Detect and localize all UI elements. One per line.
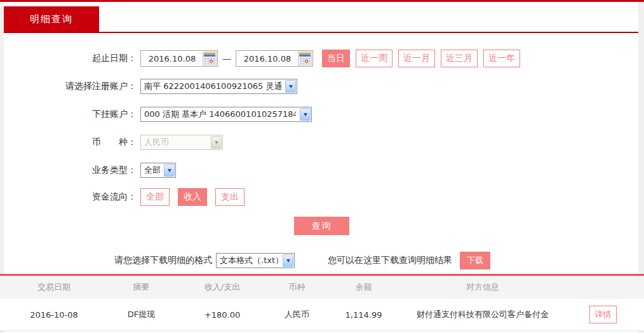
- start-date-input[interactable]: [142, 54, 203, 64]
- fund-flow-label: 资金流向：: [4, 191, 137, 203]
- column-header-amount: 收入/支出: [175, 282, 270, 293]
- tab-underline: [4, 32, 638, 33]
- fund-flow-expense[interactable]: 支出: [215, 188, 245, 206]
- download-format-select[interactable]: 文本格式（.txt）: [216, 253, 295, 268]
- registered-account-select[interactable]: 南平 6222001406100921065 灵通卡: [140, 79, 297, 94]
- download-button[interactable]: 下载: [460, 252, 490, 269]
- column-header-currency: 币种: [270, 282, 324, 293]
- download-hint: 您可以在这里下载查询明细结果: [328, 255, 452, 266]
- start-date-field: [140, 50, 218, 67]
- column-header-balance: 余额: [324, 282, 403, 293]
- date-range-label: 起止日期：: [4, 53, 137, 64]
- registered-account-label: 请选择注册账户：: [4, 81, 137, 92]
- fund-flow-all[interactable]: 全部: [140, 188, 170, 206]
- column-header-date: 交易日期: [0, 282, 108, 293]
- cell-date: 2016-10-08: [0, 310, 108, 320]
- date-range-row: 起止日期：: [4, 50, 638, 67]
- currency-value: 人民币: [144, 137, 207, 148]
- cell-amount: +180.00: [175, 310, 270, 320]
- business-type-select[interactable]: 全部: [140, 163, 176, 178]
- cell-action: 详情: [562, 306, 644, 323]
- column-header-summary: 摘要: [108, 282, 175, 293]
- quick-range-3months[interactable]: 近三月: [441, 50, 478, 67]
- quick-range-year[interactable]: 近一年: [483, 50, 520, 67]
- sub-account-select[interactable]: 000 活期 基本户 140660010102571848: [140, 107, 312, 122]
- end-date-field: [236, 50, 313, 67]
- cell-currency: 人民币: [270, 309, 324, 320]
- chevron-down-icon: [283, 254, 293, 267]
- column-header-counterparty: 对方信息: [403, 282, 562, 293]
- registered-account-value: 南平 6222001406100921065 灵通卡: [144, 81, 281, 92]
- sub-account-value: 000 活期 基本户 140660010102571848: [144, 109, 296, 120]
- calendar-icon[interactable]: [203, 51, 217, 65]
- currency-label: 币 种：: [4, 137, 137, 148]
- calendar-icon[interactable]: [298, 51, 312, 65]
- chevron-down-icon: [211, 136, 222, 149]
- business-type-row: 业务类型： 全部: [4, 161, 638, 179]
- chevron-down-icon: [164, 164, 175, 177]
- table-header: 交易日期 摘要 收入/支出 币种 余额 对方信息: [0, 276, 644, 299]
- query-button[interactable]: 查询: [294, 217, 349, 235]
- fund-flow-row: 资金流向： 全部 收入 支出: [4, 188, 638, 206]
- chevron-down-icon: [285, 80, 296, 93]
- registered-account-row: 请选择注册账户： 南平 6222001406100921065 灵通卡: [4, 78, 638, 95]
- cell-balance: 1,114.99: [324, 310, 403, 320]
- tab-detail-query[interactable]: 明细查询: [4, 6, 99, 32]
- download-format-label: 请您选择下载明细的格式: [114, 255, 212, 266]
- table-row: 2016-10-08 DF提现 +180.00 人民币 1,114.99 财付通…: [0, 299, 644, 331]
- end-date-input[interactable]: [237, 54, 298, 64]
- quick-range-week[interactable]: 近一周: [356, 50, 392, 67]
- fund-flow-income[interactable]: 收入: [178, 188, 207, 206]
- cell-summary: DF提现: [108, 309, 175, 320]
- quick-range-month[interactable]: 近一月: [398, 50, 435, 67]
- currency-row: 币 种： 人民币: [4, 133, 638, 151]
- date-separator: —: [222, 53, 231, 64]
- currency-select: 人民币: [140, 135, 223, 150]
- business-type-value: 全部: [144, 165, 160, 176]
- detail-button[interactable]: 详情: [589, 306, 617, 323]
- sub-account-label: 下挂账户：: [4, 109, 137, 120]
- quick-range-today[interactable]: 当日: [322, 50, 350, 67]
- download-format-value: 文本格式（.txt）: [220, 255, 279, 266]
- sub-account-row: 下挂账户： 000 活期 基本户 140660010102571848: [4, 105, 638, 123]
- cell-counterparty: 财付通支付科技有限公司客户备付金: [403, 309, 562, 320]
- chevron-down-icon: [300, 108, 311, 121]
- business-type-label: 业务类型：: [4, 165, 137, 176]
- download-row: 请您选择下载明细的格式 文本格式（.txt） 您可以在这里下载查询明细结果 下载: [4, 252, 638, 269]
